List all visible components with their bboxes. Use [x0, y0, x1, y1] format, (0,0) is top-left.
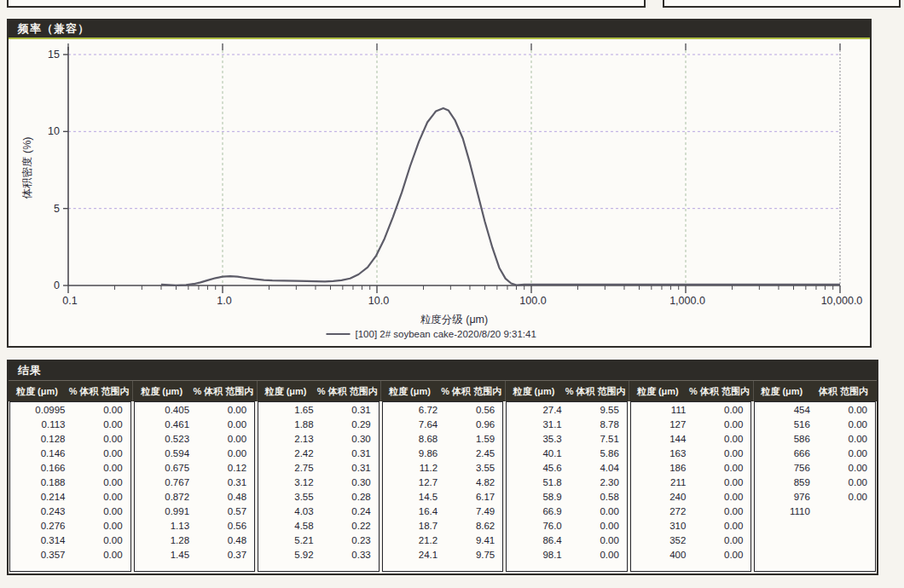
size-cell: 51.8	[507, 476, 570, 490]
pct-cell: 9.55	[571, 403, 627, 418]
pct-cell: 0.00	[694, 490, 750, 504]
y-axis-label: 体积密度 (%)	[21, 137, 33, 199]
size-cell: 352	[631, 533, 695, 548]
table-row: 1.130.56	[135, 519, 255, 533]
pct-cell: 4.82	[446, 476, 502, 490]
results-title-bar: 结果	[9, 361, 877, 380]
size-cell: 0.0995	[10, 403, 73, 418]
pct-cell: 0.00	[73, 490, 130, 504]
table-row: 4.580.22	[258, 519, 379, 533]
table-row: 0.1660.00	[10, 461, 130, 476]
pct-cell: 0.00	[73, 504, 130, 519]
size-cell: 163	[631, 447, 695, 461]
pct-cell: 0.58	[571, 490, 627, 504]
table-row: 0.1460.00	[10, 447, 130, 461]
size-cell: 35.3	[507, 432, 570, 447]
pct-cell: 9.41	[446, 533, 502, 548]
table-row: 16.47.49	[383, 504, 503, 519]
table-row: 35.37.51	[507, 432, 627, 447]
table-row: 1.450.37	[135, 548, 255, 562]
x-tick-label: 0.1	[62, 295, 77, 307]
table-row: 0.3140.00	[10, 533, 130, 548]
table-row: 3100.00	[631, 519, 751, 533]
cutoff-panel-left	[7, 0, 646, 8]
results-column-headers: 粒度 (μm)% 体积 范围内粒度 (μm)% 体积 范围内粒度 (μm)% 体…	[9, 380, 877, 401]
pct-cell: 0.00	[694, 533, 750, 548]
size-cell: 27.4	[507, 403, 570, 418]
size-cell: 2.13	[258, 432, 322, 447]
y-tick-label: 5	[54, 203, 60, 215]
pct-cell: 0.00	[73, 519, 130, 533]
table-row: 1.880.29	[258, 418, 379, 432]
pct-cell: 0.31	[198, 476, 254, 490]
size-cell: 0.243	[10, 504, 73, 519]
table-row: 86.40.00	[507, 533, 627, 548]
pct-cell: 4.04	[571, 461, 627, 476]
table-row: 0.1280.00	[10, 432, 130, 447]
size-cell: 1110	[755, 504, 818, 519]
table-row: 4540.00	[755, 403, 875, 418]
pct-cell: 0.96	[446, 418, 502, 432]
pct-cell: 0.56	[446, 403, 502, 418]
y-tick-label: 10	[48, 125, 60, 137]
pct-cell: 7.51	[571, 432, 627, 447]
size-cell: 756	[755, 461, 818, 476]
size-cell: 111	[631, 403, 695, 418]
size-cell: 12.7	[383, 476, 447, 490]
pct-cell: 0.00	[73, 533, 130, 548]
pct-cell: 0.00	[694, 548, 750, 562]
table-row: 0.09950.00	[10, 403, 130, 418]
pct-cell: 0.48	[198, 490, 254, 504]
size-cell: 21.2	[383, 533, 447, 548]
pct-cell: 0.23	[322, 533, 379, 548]
pct-header: % 体积 范围内	[687, 385, 753, 398]
table-row: 0.5230.00	[135, 432, 255, 447]
size-cell: 1.13	[135, 519, 199, 533]
size-header: 粒度 (μm)	[9, 385, 66, 398]
pct-cell: 0.00	[819, 461, 875, 476]
size-cell: 0.767	[135, 476, 199, 490]
table-row: 24.19.75	[383, 548, 503, 562]
pct-cell: 0.00	[819, 418, 875, 432]
table-row: 6660.00	[755, 447, 875, 461]
pct-cell: 8.62	[446, 519, 502, 533]
table-row: 0.4610.00	[135, 418, 255, 432]
pct-cell: 0.31	[322, 403, 379, 418]
pct-cell: 0.00	[694, 504, 750, 519]
column-group-header: 粒度 (μm)% 体积 范围内	[257, 381, 380, 401]
table-row: 1440.00	[631, 432, 751, 447]
size-cell: 272	[631, 504, 695, 519]
table-row: 8590.00	[755, 476, 875, 490]
size-cell: 16.4	[383, 504, 447, 519]
x-tick-label: 10.0	[368, 295, 389, 307]
table-row: 1.280.48	[135, 533, 255, 548]
table-row: 0.2140.00	[10, 490, 130, 504]
size-cell: 516	[755, 418, 818, 432]
table-row: 0.7670.31	[135, 476, 255, 490]
size-cell: 18.7	[383, 519, 447, 533]
size-cell: 0.872	[135, 490, 199, 504]
pct-cell: 0.00	[694, 447, 750, 461]
size-cell: 310	[631, 519, 695, 533]
table-row: 3520.00	[631, 533, 751, 548]
size-cell: 98.1	[507, 548, 570, 562]
table-row: 9.862.45	[383, 447, 503, 461]
pct-cell: 7.49	[446, 504, 502, 519]
pct-cell: 0.00	[571, 548, 627, 562]
table-row: 1270.00	[631, 418, 751, 432]
size-cell: 45.6	[507, 461, 570, 476]
table-row: 4.030.24	[258, 504, 379, 519]
frequency-chart-panel: 频率（兼容） 0510150.11.010.0100.01,000.010,00…	[7, 19, 872, 348]
pct-cell: 0.00	[73, 418, 130, 432]
pct-cell: 0.00	[571, 519, 627, 533]
table-row: 98.10.00	[507, 548, 627, 562]
table-row: 7560.00	[755, 461, 875, 476]
table-row: 8.681.59	[383, 432, 503, 447]
pct-cell: 0.00	[694, 403, 750, 418]
size-cell: 4.03	[258, 504, 322, 519]
table-row: 0.3570.00	[10, 548, 130, 562]
pct-cell: 0.00	[73, 403, 130, 418]
pct-cell: 0.30	[322, 432, 379, 447]
pct-cell: 6.17	[446, 490, 502, 504]
table-row: 5.920.33	[258, 548, 379, 562]
